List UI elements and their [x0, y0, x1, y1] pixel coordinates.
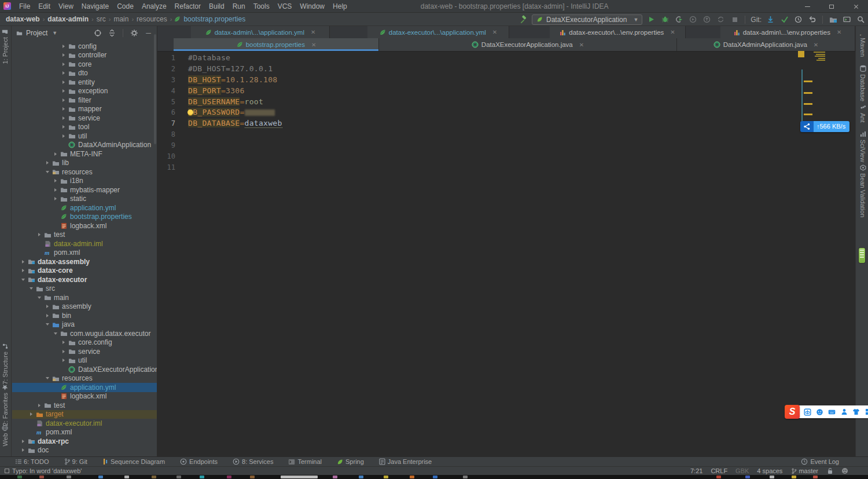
tree-item-java[interactable]: java: [12, 320, 157, 330]
taskbar-app-icon[interactable]: [745, 476, 750, 478]
close-button[interactable]: [844, 0, 868, 13]
chevron-collapsed-icon[interactable]: [20, 438, 26, 444]
code-line-8[interactable]: 8: [157, 129, 855, 140]
menu-view[interactable]: View: [54, 2, 78, 10]
menu-analyze[interactable]: Analyze: [138, 2, 171, 10]
code-line-7[interactable]: 7DB_DATABASE=dataxweb: [157, 118, 855, 129]
tree-item-lib[interactable]: lib: [12, 159, 157, 168]
taskbar-app-icon[interactable]: [152, 476, 156, 478]
tree-item-dataxadminapplication[interactable]: DataXAdminApplication: [12, 141, 157, 150]
tree-item-service[interactable]: service: [12, 114, 157, 123]
tree-item-entity[interactable]: entity: [12, 78, 157, 87]
tree-item-dataxexecutorapplication[interactable]: DataXExecutorApplication: [12, 365, 157, 374]
tree-item-com.wugui.datax.executor[interactable]: com.wugui.datax.executor: [12, 329, 157, 338]
tree-item-service[interactable]: service: [12, 347, 157, 356]
chevron-collapsed-icon[interactable]: [20, 268, 26, 274]
tree-item-datax-rpc[interactable]: datax-rpc: [12, 437, 157, 446]
tool-window-button-7-structure[interactable]: 7: Structure: [2, 343, 9, 385]
search-everywhere-button[interactable]: [856, 14, 866, 24]
code-line-9[interactable]: 9: [157, 140, 855, 151]
taskbar-app-icon[interactable]: [770, 476, 774, 478]
tree-item-logback.xml[interactable]: logback.xml: [12, 221, 157, 231]
code-line-5[interactable]: 5DB_USERNAME=root: [157, 97, 855, 108]
chevron-expanded-icon[interactable]: [44, 169, 50, 175]
chevron-collapsed-icon[interactable]: [60, 97, 67, 103]
run-configuration-select[interactable]: DataXExecutorApplication ▼: [532, 14, 642, 25]
taskbar-app-icon[interactable]: [281, 476, 318, 478]
chevron-expanded-icon[interactable]: [44, 375, 50, 382]
taskbar-app-icon[interactable]: [250, 476, 255, 478]
tree-item-test[interactable]: test: [12, 231, 157, 240]
chevron-collapsed-icon[interactable]: [60, 52, 67, 58]
tree-item-assembly[interactable]: assembly: [12, 302, 157, 312]
editor-tab-bootstrap.properties[interactable]: bootstrap.properties✕: [174, 38, 379, 51]
editor-tab-datax-executor-...-env.properties[interactable]: datax-executor\...\env.properties✕: [550, 26, 686, 38]
tool-window-button-sequence-diagram[interactable]: Sequence Diagram: [102, 458, 165, 465]
chevron-collapsed-icon[interactable]: [20, 447, 26, 454]
tree-item-dto[interactable]: dto: [12, 69, 157, 78]
chevron-expanded-icon[interactable]: [36, 294, 42, 301]
chevron-collapsed-icon[interactable]: [36, 232, 42, 238]
editor-tab-datax-admin-...-application.yml[interactable]: datax-admin\...\application.yml✕: [191, 26, 330, 38]
code-line-6[interactable]: 6DB_PASSWORD=: [157, 107, 855, 118]
tree-item-resources[interactable]: resources: [12, 374, 157, 383]
tree-item-logback.xml[interactable]: logback.xml: [12, 392, 157, 401]
tool-window-button-6-todo[interactable]: 6: TODO: [15, 458, 49, 465]
chevron-collapsed-icon[interactable]: [60, 133, 67, 139]
chevron-expanded-icon[interactable]: [44, 321, 50, 328]
taskbar-app-icon[interactable]: [716, 476, 721, 478]
chevron-collapsed-icon[interactable]: [60, 88, 67, 94]
breadcrumb-item-src[interactable]: src: [95, 15, 107, 23]
code-editor[interactable]: 1#Database2#DB_HOST=127.0.0.13DB_HOST=10…: [157, 52, 855, 456]
tool-window-button-8-services[interactable]: 8: Services: [233, 458, 273, 465]
taskbar-app-icon[interactable]: [463, 476, 468, 478]
taskbar-app-icon[interactable]: [67, 476, 71, 478]
tool-window-button-endpoints[interactable]: Endpoints: [180, 458, 218, 465]
build-hammer-icon[interactable]: [518, 14, 528, 24]
taskbar-app-icon[interactable]: [200, 476, 204, 478]
inspections-indicator[interactable]: [798, 51, 804, 57]
maximize-button[interactable]: [819, 0, 844, 13]
chinese-mode-icon[interactable]: [804, 408, 811, 416]
tree-item-datax-core[interactable]: datax-core: [12, 266, 157, 276]
taskbar-app-icon[interactable]: [792, 476, 796, 478]
breadcrumb-item-resources[interactable]: resources: [135, 15, 168, 23]
taskbar-app-icon[interactable]: [333, 476, 337, 478]
chevron-collapsed-icon[interactable]: [60, 61, 67, 67]
history-button[interactable]: [793, 14, 803, 24]
tree-item-resources[interactable]: resources: [12, 167, 157, 177]
warning-stripe-mark[interactable]: [804, 81, 812, 82]
chevron-collapsed-icon[interactable]: [60, 70, 67, 76]
editor-tab-datax-admin-...-env.properties[interactable]: datax-admin\...\env.properties✕: [720, 26, 855, 38]
skin-icon[interactable]: [840, 408, 848, 416]
menu-tools[interactable]: Tools: [249, 2, 274, 10]
tree-item-test[interactable]: test: [12, 401, 157, 410]
tree-item-mapper[interactable]: mapper: [12, 105, 157, 114]
menu-run[interactable]: Run: [229, 2, 249, 10]
emoji-icon[interactable]: [816, 408, 823, 416]
lock-icon[interactable]: [826, 467, 833, 474]
menu-build[interactable]: Build: [205, 2, 229, 10]
tool-window-button-ant[interactable]: Ant: [859, 104, 866, 123]
minimize-button[interactable]: [795, 0, 819, 13]
gear-icon[interactable]: [129, 28, 139, 38]
line-separator[interactable]: CRLF: [711, 467, 727, 474]
tree-item-doc[interactable]: doc: [12, 446, 157, 455]
tree-item-util[interactable]: util: [12, 356, 157, 365]
stop-button[interactable]: [730, 14, 740, 24]
tree-item-src[interactable]: src: [12, 284, 157, 294]
code-line-11[interactable]: 11: [157, 162, 855, 173]
dress-icon[interactable]: [852, 408, 860, 416]
tree-item-pom.xml[interactable]: mpom.xml: [12, 248, 157, 258]
tree-item-datax-assembly[interactable]: datax-assembly: [12, 257, 157, 266]
file-encoding[interactable]: GBK: [735, 467, 749, 474]
menu-edit[interactable]: Edit: [34, 2, 54, 10]
chevron-expanded-icon[interactable]: [52, 330, 58, 337]
git-branch-widget[interactable]: master: [790, 467, 818, 474]
caret-position[interactable]: 7:21: [690, 467, 703, 474]
hide-panel-button[interactable]: ─: [144, 28, 153, 38]
rollback-button[interactable]: [807, 14, 817, 24]
menu-help[interactable]: Help: [329, 2, 351, 10]
editor-tab-dataxadminapplication.java[interactable]: DataXAdminApplication.java✕: [677, 38, 855, 51]
chevron-collapsed-icon[interactable]: [60, 43, 67, 49]
